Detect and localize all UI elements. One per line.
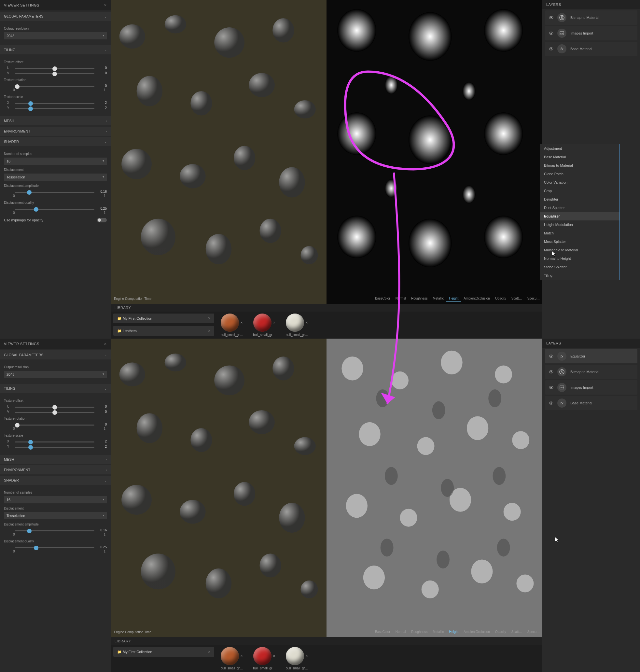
context-item-clone-patch[interactable]: Clone Patch: [540, 170, 620, 178]
close-icon[interactable]: ×: [273, 654, 275, 658]
offset-u-slider[interactable]: [15, 66, 94, 70]
tab-metallic[interactable]: Metallic: [430, 295, 447, 302]
scale-y-slider[interactable]: [15, 444, 94, 448]
material-swatch[interactable]: ×bull_small_gr…: [216, 313, 247, 337]
context-item-stone-splatter[interactable]: Stone Splatter: [540, 263, 620, 271]
material-swatch[interactable]: ×bull_small_gr…: [216, 647, 247, 670]
layer-row[interactable]: SBitmap to Material: [545, 11, 637, 25]
offset-v-slider[interactable]: [15, 410, 94, 413]
material-swatch[interactable]: ×bull_small_gr…: [249, 647, 280, 670]
rotation-slider[interactable]: [15, 84, 94, 88]
tab-normal[interactable]: Normal: [393, 295, 409, 302]
tiling-section[interactable]: TILING ⌄: [0, 45, 111, 54]
mesh-section[interactable]: MESH ›: [0, 116, 111, 125]
close-icon[interactable]: ×: [208, 316, 210, 321]
context-item-adjustment[interactable]: Adjustment: [540, 144, 620, 153]
tab-opacity[interactable]: Opacity: [493, 295, 509, 302]
scale-y-slider[interactable]: [15, 106, 94, 110]
viewport-3d[interactable]: Engine Computation Time: [111, 339, 326, 637]
tab-ambientocclusion[interactable]: AmbientOcclusion: [461, 295, 493, 302]
tab-scattering[interactable]: Scatt…: [509, 629, 525, 635]
layer-row[interactable]: Images Import: [545, 380, 637, 395]
tab-roughness[interactable]: Roughness: [409, 295, 430, 302]
close-icon[interactable]: ×: [240, 320, 243, 325]
context-item-moss-splatter[interactable]: Moss Splatter: [540, 237, 620, 246]
amplitude-slider[interactable]: [15, 528, 94, 532]
context-item-equalizer[interactable]: Equalizer: [540, 212, 620, 220]
environment-section[interactable]: ENVIRONMENT›: [0, 465, 111, 474]
quality-slider[interactable]: [15, 545, 94, 549]
library-tab-my-collection[interactable]: 📁 My First Collection ×: [113, 313, 214, 323]
viewport-3d[interactable]: Engine Computation Time: [111, 0, 326, 304]
tab-height[interactable]: Height: [446, 295, 461, 302]
visibility-eye-icon[interactable]: [549, 31, 553, 35]
scale-x-slider[interactable]: [15, 439, 94, 443]
tab-basecolor[interactable]: BaseColor: [373, 629, 393, 635]
tab-opacity[interactable]: Opacity: [493, 629, 509, 635]
viewport-height-equalized[interactable]: BaseColor Normal Roughness Metallic Heig…: [326, 339, 542, 637]
shader-section[interactable]: SHADER ⌄: [0, 137, 111, 146]
close-icon[interactable]: ×: [208, 328, 210, 333]
close-icon[interactable]: ×: [305, 320, 308, 325]
tab-ambientocclusion[interactable]: AmbientOcclusion: [461, 629, 493, 635]
context-item-match[interactable]: Match: [540, 229, 620, 237]
samples-select[interactable]: 16: [4, 158, 107, 165]
visibility-eye-icon[interactable]: [549, 46, 553, 51]
context-item-tiling[interactable]: Tiling: [540, 271, 620, 280]
tab-specular[interactable]: Specu…: [525, 629, 542, 635]
displacement-select[interactable]: Tessellation: [4, 512, 107, 519]
visibility-eye-icon[interactable]: [549, 354, 553, 359]
mesh-section[interactable]: MESH›: [0, 455, 111, 464]
context-item-bitmap-to-material[interactable]: Bitmap to Material: [540, 161, 620, 170]
output-resolution-select[interactable]: 2048: [4, 32, 107, 39]
material-swatch[interactable]: ×bull_small_gr…: [281, 647, 312, 670]
layer-row[interactable]: SBitmap to Material: [545, 365, 637, 379]
tab-roughness[interactable]: Roughness: [409, 629, 430, 635]
tiling-section[interactable]: TILING⌄: [0, 384, 111, 393]
context-item-height-modulation[interactable]: Height Modulation: [540, 220, 620, 229]
tab-normal[interactable]: Normal: [393, 629, 409, 635]
offset-u-slider[interactable]: [15, 404, 94, 408]
context-item-color-variation[interactable]: Color Variation: [540, 178, 620, 187]
context-item-crop[interactable]: Crop: [540, 187, 620, 195]
quality-slider[interactable]: [15, 206, 94, 210]
output-resolution-select[interactable]: 2048: [4, 371, 107, 378]
channel-tabs[interactable]: BaseColor Normal Roughness Metallic Heig…: [373, 295, 542, 302]
layer-row[interactable]: Images Import: [545, 26, 637, 40]
viewport-height[interactable]: BaseColor Normal Roughness Metallic Heig…: [326, 0, 542, 304]
layer-row[interactable]: fxBase Material: [545, 42, 637, 56]
close-icon[interactable]: ×: [104, 3, 107, 8]
tab-metallic[interactable]: Metallic: [430, 629, 447, 635]
context-item-dust-splatter[interactable]: Dust Splatter: [540, 204, 620, 212]
tab-height[interactable]: Height: [446, 629, 461, 635]
visibility-eye-icon[interactable]: [549, 369, 553, 374]
visibility-eye-icon[interactable]: [549, 15, 553, 20]
shader-section[interactable]: SHADER⌄: [0, 476, 111, 485]
global-parameters-section[interactable]: GLOBAL PARAMETERS⌄: [0, 350, 111, 360]
close-icon[interactable]: ×: [104, 341, 107, 347]
samples-select[interactable]: 16: [4, 496, 107, 503]
add-layer-context-menu[interactable]: AdjustmentBase MaterialBitmap to Materia…: [540, 144, 620, 280]
layer-row[interactable]: fxBase Material: [545, 396, 637, 410]
library-tab-leathers[interactable]: 📁 Leathers ×: [113, 326, 214, 336]
amplitude-slider[interactable]: [15, 189, 94, 193]
close-icon[interactable]: ×: [305, 654, 308, 658]
tab-basecolor[interactable]: BaseColor: [373, 295, 393, 302]
offset-v-slider[interactable]: [15, 71, 94, 75]
tab-specular[interactable]: Specu…: [525, 295, 542, 302]
close-icon[interactable]: ×: [273, 320, 275, 325]
context-item-base-material[interactable]: Base Material: [540, 153, 620, 161]
scale-x-slider[interactable]: [15, 101, 94, 104]
global-parameters-section[interactable]: GLOBAL PARAMETERS ⌄: [0, 12, 111, 21]
library-tab-my-collection[interactable]: 📁 My First Collection ×: [113, 647, 214, 657]
rotation-slider[interactable]: [15, 422, 94, 426]
close-icon[interactable]: ×: [208, 649, 210, 654]
mipmaps-toggle[interactable]: [97, 218, 107, 222]
close-icon[interactable]: ×: [240, 654, 243, 658]
displacement-select[interactable]: Tessellation: [4, 174, 107, 181]
channel-tabs[interactable]: BaseColor Normal Roughness Metallic Heig…: [373, 629, 542, 635]
tab-scattering[interactable]: Scatt…: [509, 295, 525, 302]
visibility-eye-icon[interactable]: [549, 401, 553, 405]
layer-row[interactable]: fxEqualizer: [545, 349, 637, 363]
visibility-eye-icon[interactable]: [549, 385, 553, 390]
